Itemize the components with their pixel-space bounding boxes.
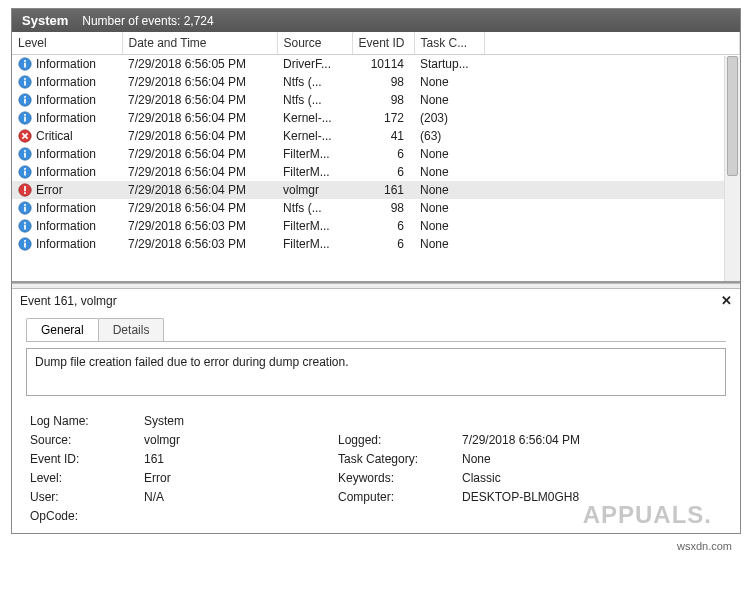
cell-source: FilterM... [277,217,352,235]
detail-header: Event 161, volmgr ✕ [12,289,740,312]
col-level[interactable]: Level [12,32,122,55]
svg-rect-2 [24,60,26,62]
info-icon [18,165,32,179]
table-row[interactable]: Information7/29/2018 6:56:04 PMNtfs (...… [12,91,740,109]
table-row[interactable]: Critical7/29/2018 6:56:04 PMKernel-...41… [12,127,740,145]
label-computer: Computer: [338,490,458,504]
value-level: Error [144,471,334,485]
cell-eventid: 98 [352,91,414,109]
col-taskcategory[interactable]: Task C... [414,32,484,55]
cell-eventid: 98 [352,199,414,217]
cell-level: Information [36,237,96,251]
cell-eventid: 161 [352,181,414,199]
table-row[interactable]: Information7/29/2018 6:56:04 PMFilterM..… [12,163,740,181]
cell-datetime: 7/29/2018 6:56:04 PM [122,145,277,163]
value-computer: DESKTOP-BLM0GH8 [462,490,722,504]
table-row[interactable]: Information7/29/2018 6:56:04 PMFilterM..… [12,145,740,163]
table-row[interactable]: Information7/29/2018 6:56:05 PMDriverF..… [12,55,740,74]
svg-rect-20 [24,186,26,191]
label-logname: Log Name: [30,414,140,428]
cell-source: Ntfs (... [277,73,352,91]
detail-panel: Dump file creation failed due to error d… [26,341,726,523]
cell-level: Information [36,147,96,161]
detail-tabs: General Details [26,318,740,341]
value-keywords: Classic [462,471,722,485]
cell-taskcat: (203) [414,109,484,127]
cell-source: FilterM... [277,145,352,163]
svg-rect-8 [24,96,26,98]
source-url: wsxdn.com [0,534,752,552]
tab-general[interactable]: General [26,318,99,341]
svg-rect-14 [24,153,26,158]
scrollbar-thumb[interactable] [727,56,738,176]
cell-source: Ntfs (... [277,91,352,109]
table-row[interactable]: Information7/29/2018 6:56:03 PMFilterM..… [12,235,740,253]
svg-rect-15 [24,150,26,152]
table-row[interactable]: Information7/29/2018 6:56:04 PMKernel-..… [12,109,740,127]
cell-taskcat: None [414,73,484,91]
svg-rect-27 [24,222,26,224]
log-name: System [22,13,68,28]
col-eventid[interactable]: Event ID [352,32,414,55]
event-table: Level Date and Time Source Event ID Task… [12,32,740,253]
cell-eventid: 41 [352,127,414,145]
table-row[interactable]: Error7/29/2018 6:56:04 PMvolmgr161None [12,181,740,199]
svg-rect-11 [24,114,26,116]
event-list-pane: Level Date and Time Source Event ID Task… [12,32,740,283]
table-row[interactable]: Information7/29/2018 6:56:03 PMFilterM..… [12,217,740,235]
value-eventid: 161 [144,452,334,466]
cell-source: volmgr [277,181,352,199]
table-row[interactable]: Information7/29/2018 6:56:04 PMNtfs (...… [12,199,740,217]
cell-taskcat: None [414,163,484,181]
info-icon [18,147,32,161]
tab-details[interactable]: Details [98,318,165,341]
cell-datetime: 7/29/2018 6:56:04 PM [122,199,277,217]
col-source[interactable]: Source [277,32,352,55]
cell-source: FilterM... [277,235,352,253]
cell-eventid: 6 [352,145,414,163]
info-icon [18,237,32,251]
cell-taskcat: None [414,199,484,217]
col-datetime[interactable]: Date and Time [122,32,277,55]
label-taskcat: Task Category: [338,452,458,466]
info-icon [18,75,32,89]
event-message: Dump file creation failed due to error d… [26,348,726,396]
svg-rect-4 [24,81,26,86]
close-icon[interactable]: ✕ [721,293,732,308]
svg-rect-26 [24,225,26,230]
svg-rect-23 [24,207,26,212]
svg-rect-10 [24,117,26,122]
cell-datetime: 7/29/2018 6:56:04 PM [122,181,277,199]
cell-eventid: 6 [352,217,414,235]
cell-level: Information [36,165,96,179]
cell-datetime: 7/29/2018 6:56:04 PM [122,91,277,109]
table-row[interactable]: Information7/29/2018 6:56:04 PMNtfs (...… [12,73,740,91]
cell-datetime: 7/29/2018 6:56:03 PM [122,235,277,253]
cell-level: Critical [36,129,73,143]
label-keywords: Keywords: [338,471,458,485]
value-user: N/A [144,490,334,504]
cell-eventid: 6 [352,163,414,181]
value-opcode [144,509,334,523]
cell-datetime: 7/29/2018 6:56:05 PM [122,55,277,74]
value-taskcat: None [462,452,722,466]
info-icon [18,57,32,71]
vertical-scrollbar[interactable] [724,56,740,281]
svg-rect-18 [24,168,26,170]
crit-icon [18,129,32,143]
value-source: volmgr [144,433,334,447]
err-icon [18,183,32,197]
cell-eventid: 172 [352,109,414,127]
cell-datetime: 7/29/2018 6:56:04 PM [122,127,277,145]
info-icon [18,201,32,215]
cell-datetime: 7/29/2018 6:56:03 PM [122,217,277,235]
cell-taskcat: None [414,181,484,199]
cell-taskcat: None [414,91,484,109]
title-bar: System Number of events: 2,724 [12,9,740,32]
cell-taskcat: None [414,217,484,235]
info-icon [18,93,32,107]
cell-eventid: 6 [352,235,414,253]
cell-level: Information [36,201,96,215]
event-count: Number of events: 2,724 [82,14,213,28]
label-eventid: Event ID: [30,452,140,466]
